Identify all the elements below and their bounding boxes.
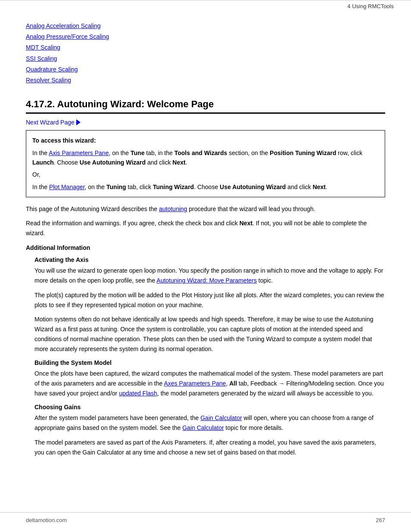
content-area: Analog Acceleration Scaling Analog Press…: [0, 21, 411, 479]
footer-left: deltamotion.com: [26, 517, 67, 523]
page-container: 4 Using RMCTools Analog Acceleration Sca…: [0, 0, 411, 532]
activating-axis-para1: You will use the wizard to generate open…: [26, 266, 385, 286]
info-access-label: To access this wizard:: [32, 137, 96, 144]
link-analog-pressure[interactable]: Analog Pressure/Force Scaling: [26, 31, 385, 42]
info-box-or: Or,: [32, 170, 379, 179]
activating-axis-para3: Motion systems often do not behave ident…: [26, 314, 385, 354]
next-wizard-row: Next Wizard Page: [26, 119, 385, 126]
info-box-line1: In the Axis Parameters Pane, on the Tune…: [32, 148, 379, 168]
axis-parameters-pane-link[interactable]: Axis Parameters Pane: [49, 149, 109, 156]
intro-text-2: Read the information and warnings. If yo…: [26, 218, 385, 238]
header-section-label: 4 Using RMCTools: [347, 3, 394, 9]
section-header: 4.17.2. Autotuning Wizard: Welcome Page: [26, 99, 385, 114]
additional-info-title: Additional Information: [26, 244, 385, 251]
intro-text-1: This page of the Autotuning Wizard descr…: [26, 204, 385, 214]
links-section: Analog Acceleration Scaling Analog Press…: [26, 21, 385, 86]
link-quadrature[interactable]: Quadrature Scaling: [26, 64, 385, 75]
next-wizard-link[interactable]: Next Wizard Page: [26, 119, 75, 126]
gain-calculator-link1[interactable]: Gain Calculator: [200, 414, 242, 421]
choosing-gains-para2: The model parameters are saved as part o…: [26, 438, 385, 457]
info-box-line4: In the Plot Manager, on the Tuning tab, …: [32, 182, 379, 192]
updated-flash-link[interactable]: updated Flash: [119, 390, 157, 397]
section-title: 4.17.2. Autotuning Wizard: Welcome Page: [26, 99, 385, 114]
axes-parameters-pane-link2[interactable]: Axes Parameters Pane: [164, 380, 226, 387]
link-analog-accel[interactable]: Analog Acceleration Scaling: [26, 21, 385, 31]
link-ssi[interactable]: SSI Scaling: [26, 53, 385, 64]
activating-axis-title: Activating the Axis: [26, 256, 385, 263]
plot-manager-link[interactable]: Plot Manager: [49, 184, 85, 190]
building-system-para1: Once the plots have been captured, the w…: [26, 369, 385, 398]
gain-calculator-link2[interactable]: Gain Calculator: [182, 424, 224, 431]
choosing-gains-para1: After the system model parameters have b…: [26, 413, 385, 433]
choosing-gains-title: Choosing Gains: [26, 404, 385, 411]
autotuning-move-params-link[interactable]: Autotuning Wizard: Move Parameters: [156, 277, 257, 284]
footer-right: 267: [376, 517, 385, 523]
info-box-access: To access this wizard:: [32, 136, 379, 145]
activating-axis-para2: The plot(s) captured by the motion will …: [26, 290, 385, 310]
autotuning-link[interactable]: autotuning: [159, 205, 187, 212]
building-system-model-title: Building the System Model: [26, 359, 385, 366]
link-resolver[interactable]: Resolver Scaling: [26, 75, 385, 86]
footer: deltamotion.com 267: [0, 512, 411, 523]
info-box: To access this wizard: In the Axis Param…: [26, 130, 385, 197]
link-mdt[interactable]: MDT Scaling: [26, 42, 385, 53]
arrow-right-icon: [76, 119, 81, 125]
header-bar: 4 Using RMCTools: [0, 0, 411, 12]
